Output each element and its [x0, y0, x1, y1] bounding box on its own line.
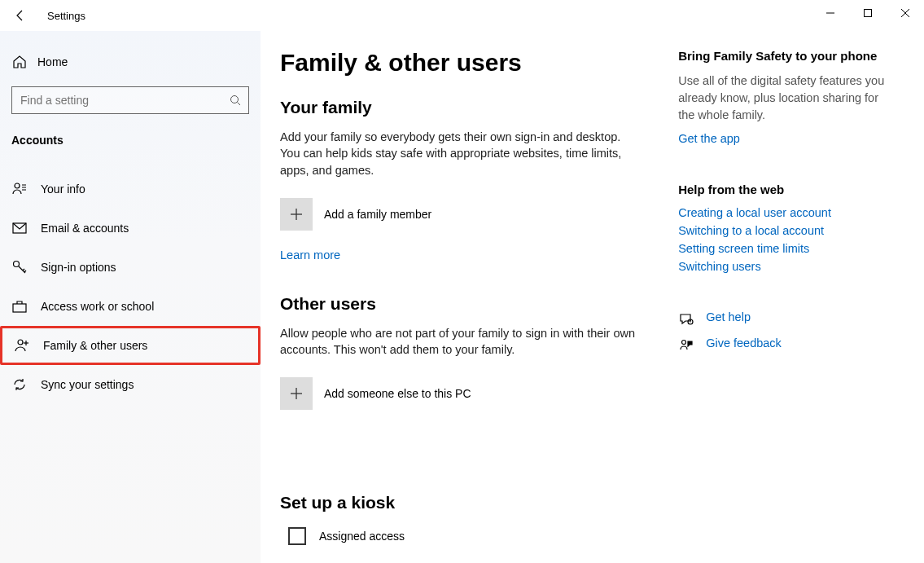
plus-icon	[280, 377, 313, 410]
sidebar-item-label: Access work or school	[41, 300, 154, 313]
safety-desc: Use all of the digital safety features y…	[678, 73, 896, 124]
other-users-heading: Other users	[280, 294, 654, 314]
add-other-user-button[interactable]: Add someone else to this PC	[280, 377, 654, 410]
home-link[interactable]: Home	[0, 46, 261, 78]
window-title: Settings	[47, 10, 85, 22]
webhelp-heading: Help from the web	[678, 183, 896, 196]
plus-icon	[280, 198, 313, 231]
help-link[interactable]: Creating a local user account	[678, 206, 831, 219]
add-family-label: Add a family member	[324, 208, 431, 221]
home-label: Home	[37, 55, 68, 68]
search-input[interactable]	[12, 94, 222, 107]
sidebar-item-work-school[interactable]: Access work or school	[0, 287, 261, 326]
sidebar-item-your-info[interactable]: Your info	[0, 169, 261, 209]
search-box[interactable]	[11, 86, 249, 114]
back-button[interactable]	[8, 3, 33, 28]
add-family-member-button[interactable]: Add a family member	[280, 198, 654, 231]
get-app-link[interactable]: Get the app	[678, 132, 740, 145]
key-icon	[11, 259, 28, 275]
svg-rect-1	[865, 10, 872, 17]
svg-text:?: ?	[690, 319, 692, 324]
sidebar-item-label: Sync your settings	[41, 378, 134, 391]
checkbox-icon	[288, 527, 306, 545]
svg-point-9	[14, 262, 20, 267]
sidebar-item-sync-settings[interactable]: Sync your settings	[0, 365, 261, 404]
aside-pane: Bring Family Safety to your phone Use al…	[678, 49, 896, 563]
people-add-icon	[14, 337, 30, 354]
sidebar-item-label: Email & accounts	[41, 222, 129, 235]
page-title: Family & other users	[280, 49, 654, 77]
sidebar: Home Accounts Your info	[0, 31, 261, 563]
kiosk-heading: Set up a kiosk	[280, 493, 654, 512]
sidebar-item-signin-options[interactable]: Sign-in options	[0, 248, 261, 287]
get-help-link[interactable]: Get help	[706, 310, 751, 323]
add-other-label: Add someone else to this PC	[324, 387, 471, 400]
sync-icon	[11, 376, 28, 393]
sidebar-group-title: Accounts	[0, 134, 261, 147]
family-heading: Your family	[280, 98, 654, 117]
assigned-access-label: Assigned access	[319, 530, 405, 543]
help-link[interactable]: Switching to a local account	[678, 224, 824, 237]
sidebar-item-label: Family & other users	[43, 339, 147, 352]
help-icon: ?	[678, 311, 694, 328]
svg-point-2	[231, 96, 239, 103]
sidebar-item-label: Sign-in options	[41, 261, 116, 274]
help-link[interactable]: Switching users	[678, 260, 761, 273]
feedback-icon	[678, 337, 694, 354]
minimize-button[interactable]	[812, 0, 849, 26]
svg-line-3	[238, 103, 241, 106]
home-icon	[11, 54, 28, 70]
titlebar: Settings	[0, 0, 924, 31]
assigned-access-button[interactable]: Assigned access	[280, 527, 654, 545]
family-desc: Add your family so everybody gets their …	[280, 129, 638, 178]
sidebar-item-email-accounts[interactable]: Email & accounts	[0, 209, 261, 248]
svg-point-11	[18, 340, 23, 345]
mail-icon	[11, 220, 28, 236]
help-link[interactable]: Setting screen time limits	[678, 242, 809, 255]
briefcase-icon	[11, 298, 28, 314]
svg-point-20	[682, 341, 686, 345]
give-feedback-link[interactable]: Give feedback	[706, 336, 782, 350]
sidebar-item-family-users[interactable]: Family & other users	[0, 326, 261, 365]
content-pane: Family & other users Your family Add you…	[280, 49, 654, 563]
close-button[interactable]	[887, 0, 924, 26]
learn-more-link[interactable]: Learn more	[280, 249, 340, 262]
search-icon	[222, 95, 248, 106]
safety-heading: Bring Family Safety to your phone	[678, 49, 896, 63]
other-users-desc: Allow people who are not part of your fa…	[280, 325, 638, 358]
person-icon	[11, 181, 28, 197]
svg-rect-10	[13, 304, 26, 312]
svg-point-4	[15, 183, 20, 188]
sidebar-item-label: Your info	[41, 183, 85, 196]
maximize-button[interactable]	[849, 0, 887, 26]
